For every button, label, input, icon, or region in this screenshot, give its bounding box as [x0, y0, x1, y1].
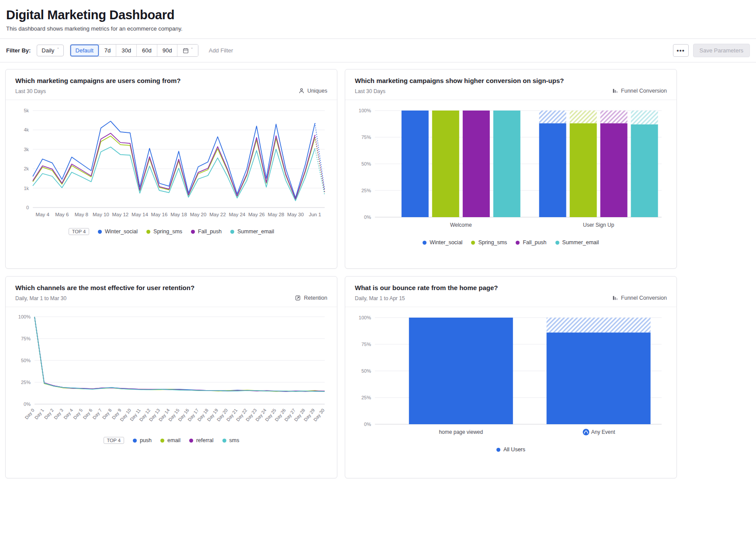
legend-dot	[516, 241, 520, 245]
svg-text:May 10: May 10	[93, 212, 109, 217]
chart-mode[interactable]: Funnel Conversion	[612, 88, 667, 94]
legend-item-fall_push[interactable]: Fall_push	[191, 228, 222, 235]
svg-text:0%: 0%	[364, 215, 371, 220]
svg-text:May 16: May 16	[151, 212, 168, 217]
range-default-button[interactable]: Default	[70, 45, 99, 56]
svg-text:Day 4: Day 4	[62, 408, 74, 420]
more-options-button[interactable]: •••	[673, 44, 689, 57]
line-chart-campaign-uniques[interactable]: 01k2k3k4k5kMay 4May 6May 8May 10May 12Ma…	[15, 107, 327, 222]
panel-title: What is our bounce rate from the home pa…	[355, 284, 498, 291]
filter-bar: Filter By: Daily ˇ Default 7d 30d 60d 90…	[0, 38, 756, 62]
svg-text:May 20: May 20	[190, 212, 207, 217]
panel-header: Which channels are the most effective fo…	[6, 277, 337, 307]
range-7d-button[interactable]: 7d	[99, 45, 116, 56]
legend-item-summer_email[interactable]: Summer_email	[230, 228, 274, 235]
chevron-down-icon: ˇ	[57, 48, 59, 52]
legend-item-summer_email[interactable]: Summer_email	[555, 239, 599, 246]
legend-item-fall_push[interactable]: Fall_push	[516, 239, 546, 246]
chart-mode[interactable]: Uniques	[298, 88, 327, 94]
svg-text:1k: 1k	[24, 186, 29, 191]
svg-text:25%: 25%	[361, 395, 371, 400]
legend-item-referral[interactable]: referral	[189, 437, 214, 443]
legend-dot	[222, 439, 226, 443]
legend-label: Spring_sms	[153, 228, 182, 235]
chart-svg[interactable]: 0%25%50%75%100%WelcomeUser Sign Up	[355, 107, 666, 232]
bar-chart-bounce-rate[interactable]: 0%25%50%75%100%home page viewedAny Event	[355, 314, 667, 441]
legend-dot	[423, 241, 427, 245]
page-header: Digital Marketing Dashboard This dashboa…	[0, 0, 756, 32]
svg-text:100%: 100%	[359, 315, 371, 320]
legend-item-winter_social[interactable]: Winter_social	[423, 239, 462, 246]
svg-text:Day 1: Day 1	[33, 408, 45, 420]
chart-svg[interactable]: 0%25%50%75%100%home page viewedAny Event	[355, 314, 666, 439]
dashboard-grid: Which marketing campaigns are users comi…	[5, 69, 756, 478]
range-60d-button[interactable]: 60d	[136, 45, 157, 56]
svg-text:May 24: May 24	[229, 212, 246, 217]
svg-text:May 6: May 6	[55, 212, 69, 217]
svg-text:May 12: May 12	[112, 212, 129, 217]
svg-text:75%: 75%	[361, 135, 371, 140]
legend-dot	[230, 230, 234, 234]
chart-mode-label: Retention	[304, 295, 327, 301]
svg-text:Day 7: Day 7	[91, 408, 103, 420]
chart-mode[interactable]: Funnel Conversion	[612, 295, 667, 301]
svg-text:100%: 100%	[359, 108, 371, 113]
legend-top-chip: TOP 4	[104, 437, 124, 444]
legend-item-winter_social[interactable]: Winter_social	[98, 228, 138, 235]
panel-header: Which marketing campaigns are users comi…	[6, 69, 337, 100]
svg-text:50%: 50%	[21, 358, 31, 363]
legend-item-sms[interactable]: sms	[222, 437, 239, 443]
svg-text:home page viewed: home page viewed	[439, 429, 483, 435]
line-chart-retention[interactable]: 0%25%50%75%100%Day 0Day 1Day 2Day 3Day 4…	[15, 314, 327, 431]
svg-text:25%: 25%	[21, 380, 31, 385]
legend-dot	[189, 439, 193, 443]
panel-retention: Which channels are the most effective fo…	[5, 276, 337, 478]
svg-text:Day 8: Day 8	[101, 408, 112, 420]
svg-text:5k: 5k	[24, 108, 29, 113]
filter-bar-actions: ••• Save Parameters	[673, 44, 750, 57]
range-90d-button[interactable]: 90d	[157, 45, 177, 56]
chart-mode-label: Funnel Conversion	[621, 88, 667, 94]
interval-dropdown[interactable]: Daily ˇ	[37, 45, 63, 56]
legend-dot	[471, 241, 475, 245]
svg-text:2k: 2k	[24, 166, 29, 171]
add-filter-button[interactable]: Add Filter	[206, 47, 236, 54]
legend-item-all-users[interactable]: All Users	[496, 446, 525, 453]
chart-legend: All Users	[345, 441, 676, 457]
legend-item-push[interactable]: push	[133, 437, 152, 443]
chevron-down-icon: ˇ	[191, 48, 192, 52]
chart-svg[interactable]: 0%25%50%75%100%Day 0Day 1Day 2Day 3Day 4…	[15, 314, 326, 429]
legend-label: Fall_push	[523, 239, 546, 246]
chart-svg[interactable]: 01k2k3k4k5kMay 4May 6May 8May 10May 12Ma…	[15, 107, 326, 221]
legend-label: Summer_email	[237, 228, 274, 235]
svg-text:Day 0: Day 0	[24, 408, 35, 420]
legend-label: Winter_social	[430, 239, 462, 246]
panel-campaign-uniques: Which marketing campaigns are users comi…	[5, 69, 337, 269]
legend-dot	[555, 241, 559, 245]
legend-item-email[interactable]: email	[160, 437, 180, 443]
legend-item-spring_sms[interactable]: Spring_sms	[471, 239, 507, 246]
legend-dot	[146, 230, 150, 234]
svg-text:May 28: May 28	[268, 212, 284, 217]
interval-dropdown-value: Daily	[42, 47, 54, 54]
panel-title: Which marketing campaigns are users comi…	[15, 77, 180, 84]
calendar-range-button[interactable]: ˇ	[177, 45, 198, 56]
legend-label: Summer_email	[562, 239, 599, 246]
chart-legend: Winter_socialSpring_smsFall_pushSummer_e…	[345, 234, 676, 250]
legend-label: referral	[196, 437, 214, 443]
svg-text:Any Event: Any Event	[591, 429, 615, 435]
svg-text:Day 3: Day 3	[53, 408, 64, 420]
svg-text:May 22: May 22	[209, 212, 226, 217]
legend-label: sms	[229, 437, 239, 443]
legend-item-spring_sms[interactable]: Spring_sms	[146, 228, 182, 235]
svg-text:May 4: May 4	[36, 212, 50, 217]
save-parameters-button[interactable]: Save Parameters	[693, 44, 750, 57]
chart-mode[interactable]: Retention	[295, 295, 327, 301]
bar-chart-signup-conversion[interactable]: 0%25%50%75%100%WelcomeUser Sign Up	[355, 107, 667, 234]
svg-text:75%: 75%	[21, 336, 31, 341]
panel-title: Which channels are the most effective fo…	[15, 284, 194, 291]
svg-text:Welcome: Welcome	[450, 222, 472, 228]
legend-top-chip: TOP 4	[69, 228, 89, 235]
range-30d-button[interactable]: 30d	[116, 45, 136, 56]
svg-text:0%: 0%	[24, 401, 31, 407]
